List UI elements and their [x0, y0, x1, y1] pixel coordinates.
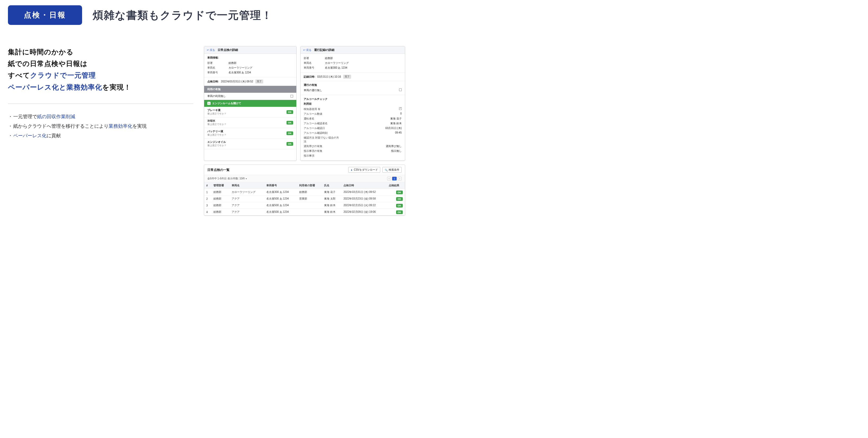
download-icon	[350, 169, 353, 171]
table-cell: 1	[204, 189, 211, 196]
alcohol-title: アルコールチェック	[304, 97, 402, 101]
subhead-line-3a: すべて	[8, 71, 30, 79]
inspection-date-val: 2022年03月31日 (木) 09:52	[221, 80, 253, 84]
table-cell	[297, 202, 322, 209]
table-cell: 総務部	[211, 196, 229, 202]
table-cell: 総務部	[211, 209, 229, 215]
search-conditions-button[interactable]: 検索条件	[382, 167, 402, 173]
table-cell: アクア	[229, 196, 264, 202]
alcohol-row: 運転者名東海 花子	[304, 116, 402, 121]
alcohol-key: 指示事項	[304, 154, 341, 158]
table-header: 車両番号	[264, 182, 297, 189]
operation-record-panel: 戻る 運行記録の詳細 部署総務部 車両名カローラツーリング 車両番号名古屋300…	[300, 46, 405, 161]
ok-badge: OK	[396, 191, 403, 194]
table-cell: 東海 鈴木	[322, 209, 341, 215]
subhead-line-3b: クラウドで一元管理	[30, 71, 96, 79]
back-link[interactable]: 戻る	[207, 48, 215, 52]
alcohol-row: アルコール確認者名東海 鈴木	[304, 121, 402, 126]
subhead-line-1: 集計に時間のかかる	[8, 46, 193, 58]
section-number: 1	[207, 102, 211, 105]
table-cell: 東海 太郎	[322, 196, 341, 202]
engine-section-header: 1 エンジンルームを開けて	[204, 100, 296, 107]
dept-key: 部署	[207, 61, 228, 65]
table-cell: 2022年03月31日 (木) 09:52	[341, 189, 386, 196]
back-icon	[207, 49, 210, 51]
alcohol-row: アルコール確認時刻09:45	[304, 130, 402, 136]
subhead-line-4b: を実現！	[102, 83, 131, 91]
detector-checkbox[interactable]	[399, 107, 402, 110]
table-header: 点検日時	[341, 182, 386, 189]
page-next[interactable]: ›	[398, 177, 402, 180]
table-cell: 営業部	[297, 196, 322, 202]
table-header: 利用者の部署	[297, 182, 322, 189]
table-cell: 名古屋500 あ 1234	[264, 196, 297, 202]
table-row[interactable]: 1総務部カローラツーリング名古屋300 あ 1234総務部東海 花子2022年0…	[204, 189, 405, 196]
table-cell: 総務部	[297, 189, 322, 196]
result-cell: OK	[386, 196, 405, 202]
table-cell: 2022年02月15日 (火) 09:22	[341, 202, 386, 209]
status-chip: 完了	[255, 80, 263, 84]
usage-value: 車両の利用無し	[207, 94, 226, 98]
dept-key: 部署	[304, 56, 325, 60]
status-chip: 完了	[343, 75, 351, 79]
table-cell	[297, 209, 322, 215]
alcohol-key: 酒気帯びの有無	[304, 144, 341, 148]
alcohol-key: アルコール確認時刻	[304, 131, 341, 135]
table-row[interactable]: 2総務部アクア名古屋500 あ 1234営業部東海 太郎2022年03月23日 …	[204, 196, 405, 202]
alcohol-key: アルコール確認日	[304, 126, 341, 130]
check-item-sub: 量は適正ですか？	[207, 112, 226, 116]
vehicle-name-val: カローラツーリング	[228, 66, 252, 70]
page-headline: 煩雑な書類もクラウドで一元管理！	[93, 8, 273, 23]
list-summary: 全6件中 1-6件目 表示件数: 10件 ▾	[207, 177, 247, 180]
page-prev[interactable]: ‹	[387, 177, 391, 180]
bullet-3: ・ペーパーレス化に貢献	[8, 131, 193, 140]
table-cell: 東海 花子	[322, 189, 341, 196]
table-cell: 2022年02月09日 (金) 19:06	[341, 209, 386, 215]
table-row[interactable]: 4総務部アクア名古屋500 あ 1234東海 鈴木2022年02月09日 (金)…	[204, 209, 405, 215]
subhead-line-2: 紙での日常点検や日報は	[8, 58, 193, 69]
alcohol-key: 確認方法 対面でない場合の方法	[304, 136, 341, 143]
table-cell: アクア	[229, 202, 264, 209]
table-cell: アクア	[229, 209, 264, 215]
page-current[interactable]: 1	[392, 177, 397, 180]
inspection-detail-panel: 戻る 日常点検の詳細 車両情報: 部署総務部 車両名カローラツーリング 車両番号…	[204, 46, 297, 161]
check-item-row: 冷却水量は適正ですか？OK	[204, 117, 296, 128]
table-header: 車両名	[229, 182, 264, 189]
table-cell: 4	[204, 209, 211, 215]
operation-title: 運行の有無	[304, 83, 402, 87]
table-header: 点検結果	[386, 182, 405, 189]
dept-val: 総務部	[228, 61, 237, 65]
table-row[interactable]: 3総務部アクア名古屋500 あ 1234東海 鈴木2022年02月15日 (火)…	[204, 202, 405, 209]
csv-download-button[interactable]: CSVをダウンロード	[348, 167, 380, 173]
alcohol-val: 東海 鈴木	[390, 122, 402, 125]
alcohol-key: アルコール数値	[304, 112, 341, 116]
check-item-sub: 量は適正ですか？	[207, 133, 226, 137]
inspection-table: #管理部署車両名車両番号利用者の部署氏名点検日時点検結果 1総務部カローラツーリ…	[204, 182, 405, 215]
check-item-sub: 量は適正ですか？	[207, 144, 226, 147]
ok-badge: OK	[286, 121, 293, 124]
table-cell: 総務部	[211, 189, 229, 196]
table-cell: 名古屋300 あ 1234	[264, 189, 297, 196]
alcohol-row: 酒気帯びの有無酒気帯び無し	[304, 144, 402, 149]
alcohol-row: 指示事項の有無指示無し	[304, 149, 402, 153]
divider	[8, 104, 193, 104]
alcohol-row: 指示事項	[304, 153, 402, 158]
table-header: 氏名	[322, 182, 341, 189]
vehicle-name-key: 車両名	[207, 66, 228, 70]
vehicle-num-key: 車両番号	[304, 66, 325, 70]
vehicle-num-val: 名古屋300 あ 1234	[228, 71, 251, 75]
alcohol-key: 運転者名	[304, 117, 341, 121]
usage-checkbox[interactable]	[290, 95, 293, 97]
vehicle-name-val: カローラツーリング	[325, 61, 349, 65]
record-date-val: 03月31日 (木) 10:16	[317, 75, 341, 79]
check-item-label: エンジンオイル	[207, 140, 226, 144]
ok-badge: OK	[286, 142, 293, 146]
description-column: 集計に時間のかかる 紙での日常点検や日報は すべてクラウドで一元管理 ペーパーレ…	[8, 46, 193, 140]
panel-title: 日常点検の詳細	[218, 48, 238, 52]
alcohol-row: アルコール数値0	[304, 112, 402, 116]
back-link[interactable]: 戻る	[303, 48, 311, 52]
table-cell: 2022年03月23日 (金) 09:58	[341, 196, 386, 202]
vehicle-num-val: 名古屋300 あ 1234	[325, 66, 347, 70]
alcohol-key: アルコール確認者名	[304, 122, 341, 125]
operation-checkbox[interactable]	[399, 88, 402, 91]
